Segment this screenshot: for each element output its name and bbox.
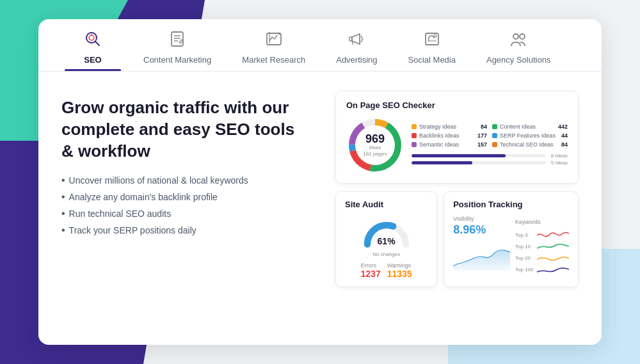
stat-value-technical: 84 [561,141,568,148]
seo-stats-grid: Strategy Ideas 84 Content Ideas 442 Back… [412,123,568,148]
stat-dot-technical [492,142,497,147]
keyword-label-top10: Top 10 [515,244,534,249]
position-tracking-title: Position Tracking [453,200,569,209]
keyword-row-top3: Top 3 [515,230,569,239]
keyword-line-top3 [537,230,569,239]
warnings-value: 11335 [387,269,412,279]
bar-fill-2 [412,161,472,164]
tab-agency-solutions-label: Agency Solutions [486,55,550,65]
tab-seo-label: SEO [84,55,101,65]
keywords-label: Keywords [515,219,569,225]
svg-line-1 [95,42,99,45]
visibility-label: Visibility [453,216,510,222]
tab-agency-solutions[interactable]: Agency Solutions [471,19,566,71]
stat-label-technical: Technical SEO Ideas [500,141,559,148]
visibility-value: 8.96% [453,223,510,237]
position-line-chart [453,239,510,274]
keyword-line-top100 [537,265,569,274]
stat-label-serp: SERP Features Ideas [500,132,559,139]
keyword-row-top20: Top 20 [515,253,569,262]
warnings-label: Warnings [387,262,412,269]
tab-social-media[interactable]: Social Media [393,19,471,71]
agency-solutions-icon [509,29,528,51]
bar-row-2: 5 Ideas [412,160,568,166]
errors-label: Errors [361,262,381,269]
errors-value: 1237 [361,269,381,279]
seo-checker-title: On Page SEO Checker [346,100,568,110]
keyword-label-top3: Top 3 [515,232,534,238]
content-area: Grow organic traffic with our complete a… [38,72,602,345]
bar-fill-1 [412,154,506,157]
svg-point-14 [513,34,518,39]
stat-label-strategy: Strategy Ideas [419,123,478,130]
stat-dot-backlinks [412,133,417,138]
keyword-line-top10 [537,242,569,251]
stat-value-content: 442 [558,123,568,130]
position-tracking-widget: Position Tracking Visibility 8.96% [444,191,579,287]
stat-dot-content [492,124,497,129]
stat-label-backlinks: Backlinks Ideas [419,132,475,139]
seo-checker-body: 969 ideas182 pages Strategy Ideas 84 [346,116,568,174]
tab-content-marketing-label: Content Marketing [143,55,211,65]
bullet-item-1: Uncover millions of national & local key… [61,175,310,186]
stat-technical: Technical SEO Ideas 84 [492,141,568,148]
gauge-sub: No changes [345,251,428,257]
bar-row-1: 8 Ideas [412,153,568,159]
gauge-percent: 61% [378,236,396,246]
market-research-icon [264,29,284,51]
stat-label-content: Content Ideas [500,123,556,130]
bar-track-1 [412,154,546,157]
site-audit-title: Site Audit [345,200,428,209]
svg-rect-4 [172,32,183,46]
tab-navigation: SEO Content Marketing [38,19,602,72]
stat-dot-strategy [412,124,417,129]
stat-value-semantic: 157 [477,141,487,148]
tab-content-marketing[interactable]: Content Marketing [128,19,227,71]
svg-point-12 [434,35,436,37]
bar-label-2: 5 Ideas [548,160,568,166]
position-right: Keywords Top 3 Top 10 [515,216,569,277]
stat-value-backlinks: 177 [477,132,487,139]
bottom-widgets-row: Site Audit 61% No changes [335,191,579,287]
stat-value-strategy: 84 [481,123,487,130]
left-column: Grow organic traffic with our complete a… [61,91,310,236]
donut-number: 969 [365,133,385,145]
gauge-chart: 61% [361,216,412,248]
stat-label-semantic: Semantic Ideas [419,141,475,148]
bar-label-1: 8 Ideas [548,153,568,159]
audit-numbers: Errors 1237 Warnings 11335 [345,262,428,279]
donut-chart: 969 ideas182 pages [346,116,404,174]
svg-point-15 [520,34,525,39]
site-audit-widget: Site Audit 61% No changes [335,191,437,287]
bullet-item-3: Run technical SEO audits [61,208,310,219]
donut-center: 969 ideas182 pages [346,116,404,174]
tab-social-media-label: Social Media [408,55,456,65]
keyword-line-top20 [537,253,569,262]
stat-strategy: Strategy Ideas 84 [412,123,487,130]
bar-track-2 [412,161,546,164]
stat-content: Content Ideas 442 [492,123,568,130]
keyword-row-top100: Top 100 [515,265,569,274]
stat-value-serp: 44 [561,132,568,139]
tab-market-research[interactable]: Market Research [227,19,321,71]
gauge-center: 61% [361,216,412,248]
tab-advertising-label: Advertising [336,55,377,65]
position-left: Visibility 8.96% [453,216,510,277]
donut-sub: ideas182 pages [363,145,387,157]
stat-semantic: Semantic Ideas 157 [412,141,487,148]
tab-market-research-label: Market Research [242,55,305,65]
main-card: SEO Content Marketing [38,19,602,345]
tab-seo[interactable]: SEO [58,19,128,71]
stat-backlinks: Backlinks Ideas 177 [412,132,487,139]
bullet-item-2: Analyze any domain's backlink profile [61,191,310,203]
seo-checker-widget: On Page SEO Checker [335,91,579,184]
right-column: On Page SEO Checker [335,91,579,287]
keyword-label-top100: Top 100 [515,267,534,273]
stat-dot-serp [492,133,497,138]
audit-warnings: Warnings 11335 [387,262,412,279]
tab-advertising[interactable]: Advertising [321,19,392,71]
bullet-item-4: Track your SERP positions daily [61,225,310,236]
feature-list: Uncover millions of national & local key… [61,175,310,236]
stat-dot-semantic [412,142,417,147]
seo-stats: Strategy Ideas 84 Content Ideas 442 Back… [412,123,568,167]
